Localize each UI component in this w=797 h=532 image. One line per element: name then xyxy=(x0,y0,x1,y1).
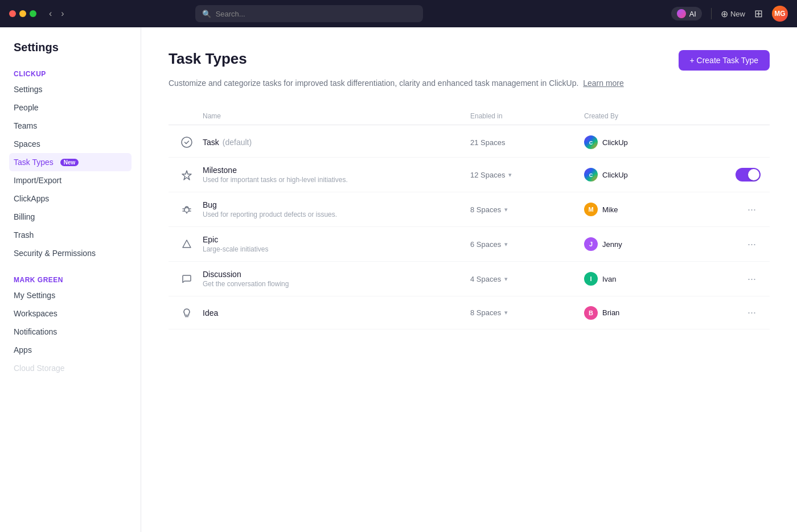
grid-icon[interactable]: ⊞ xyxy=(754,7,763,20)
maximize-dot[interactable] xyxy=(30,10,36,17)
create-task-type-button[interactable]: + Create Task Type xyxy=(679,50,770,71)
svg-text:C: C xyxy=(589,140,593,146)
created-by-label: Ivan xyxy=(602,275,617,283)
table-row-discussion[interactable]: Discussion Get the conversation flowing … xyxy=(169,262,770,296)
chevron-icon: ▾ xyxy=(504,206,508,213)
row-info-discussion: Discussion Get the conversation flowing xyxy=(203,270,470,288)
sidebar-item-billing[interactable]: Billing xyxy=(9,208,132,226)
forward-button[interactable]: › xyxy=(57,7,67,20)
sidebar-item-settings[interactable]: Settings xyxy=(9,80,132,98)
row-created-discussion: IIvan xyxy=(584,272,726,286)
back-button[interactable]: ‹ xyxy=(46,7,55,20)
sidebar-item-teams[interactable]: Teams xyxy=(9,117,132,135)
row-actions-idea: ··· xyxy=(726,304,761,321)
row-name-bug: Bug xyxy=(203,200,470,209)
content-header: Task Types + Create Task Type xyxy=(169,50,770,72)
sidebar-section-clickup: CLICKUP xyxy=(9,65,132,80)
search-input[interactable] xyxy=(216,10,416,18)
row-enabled-milestone[interactable]: 12 Spaces▾ xyxy=(470,171,584,179)
ai-button[interactable]: AI xyxy=(671,7,702,20)
sidebar-item-clickapps[interactable]: ClickApps xyxy=(9,189,132,208)
sidebar-item-trash[interactable]: Trash xyxy=(9,226,132,244)
clickup-logo-icon: C xyxy=(584,135,598,149)
row-enabled-task: 21 Spaces xyxy=(470,138,584,147)
topbar-right-section: AI ⊕ New ⊞ MG xyxy=(671,6,788,22)
sidebar-title: Settings xyxy=(9,41,132,54)
more-options-button-epic[interactable]: ··· xyxy=(743,236,761,253)
row-info-task: Task (default) xyxy=(203,138,470,147)
minimize-dot[interactable] xyxy=(19,10,26,17)
sidebar-item-import-export[interactable]: Import/Export xyxy=(9,171,132,189)
sidebar-item-workspaces[interactable]: Workspaces xyxy=(9,304,132,323)
row-created-epic: JJenny xyxy=(584,237,726,251)
toggle-milestone[interactable] xyxy=(736,168,761,182)
clickup-logo-icon: C xyxy=(584,168,598,182)
new-badge: New xyxy=(60,159,79,166)
row-desc-milestone: Used for important tasks or high-level i… xyxy=(203,176,470,184)
sidebar-item-security[interactable]: Security & Permissions xyxy=(9,244,132,262)
page-title: Task Types xyxy=(169,50,247,68)
row-created-bug: MMike xyxy=(584,203,726,216)
row-enabled-bug[interactable]: 8 Spaces▾ xyxy=(470,205,584,214)
table-row-idea[interactable]: Idea 8 Spaces▾ BBrian ··· xyxy=(169,296,770,329)
created-by-label: ClickUp xyxy=(602,171,628,179)
row-name-milestone: Milestone xyxy=(203,166,470,175)
table-row-epic[interactable]: Epic Large-scale initiatives 6 Spaces▾ J… xyxy=(169,227,770,262)
nav-arrows: ‹ › xyxy=(46,7,68,20)
created-by-label: Jenny xyxy=(602,240,622,249)
search-bar[interactable]: 🔍 xyxy=(195,5,423,22)
plus-icon: ⊕ xyxy=(721,9,728,19)
row-icon-idea xyxy=(178,307,196,319)
row-actions-bug: ··· xyxy=(726,201,761,218)
created-by-label: ClickUp xyxy=(602,138,628,147)
row-desc-discussion: Get the conversation flowing xyxy=(203,280,470,288)
row-icon-milestone xyxy=(178,169,196,180)
col-header-enabled: Enabled in xyxy=(470,112,584,120)
search-icon: 🔍 xyxy=(202,10,211,18)
sidebar-item-apps[interactable]: Apps xyxy=(9,341,132,359)
task-rows-container: Task (default) 21 Spaces CClickUp Milest… xyxy=(169,127,770,329)
avatar[interactable]: MG xyxy=(772,6,788,22)
sidebar-item-task-types[interactable]: Task Types New xyxy=(9,153,132,171)
window-controls xyxy=(9,10,36,17)
topbar: ‹ › 🔍 AI ⊕ New ⊞ MG xyxy=(0,0,797,27)
more-options-button-discussion[interactable]: ··· xyxy=(743,271,761,287)
table-row-milestone[interactable]: Milestone Used for important tasks or hi… xyxy=(169,158,770,192)
page-description: Customize and categorize tasks for impro… xyxy=(169,77,770,89)
row-name-task: Task (default) xyxy=(203,138,470,147)
more-options-button-bug[interactable]: ··· xyxy=(743,201,761,218)
new-button[interactable]: ⊕ New xyxy=(721,9,745,19)
row-info-milestone: Milestone Used for important tasks or hi… xyxy=(203,166,470,184)
sidebar-item-spaces[interactable]: Spaces xyxy=(9,135,132,153)
table-row-bug[interactable]: Bug Used for reporting product defects o… xyxy=(169,192,770,227)
row-desc-bug: Used for reporting product defects or is… xyxy=(203,211,470,218)
svg-point-0 xyxy=(182,137,192,147)
row-enabled-idea[interactable]: 8 Spaces▾ xyxy=(470,308,584,317)
sidebar-item-notifications[interactable]: Notifications xyxy=(9,323,132,341)
more-options-button-idea[interactable]: ··· xyxy=(743,304,761,321)
row-name-discussion: Discussion xyxy=(203,270,470,279)
learn-more-link[interactable]: Learn more xyxy=(583,79,624,88)
close-dot[interactable] xyxy=(9,10,16,17)
chevron-icon: ▾ xyxy=(504,275,508,283)
sidebar-item-people[interactable]: People xyxy=(9,98,132,117)
sidebar-item-my-settings[interactable]: My Settings xyxy=(9,286,132,304)
created-by-label: Brian xyxy=(602,308,619,317)
new-label: New xyxy=(730,10,745,18)
row-icon-discussion xyxy=(178,273,196,284)
row-enabled-epic[interactable]: 6 Spaces▾ xyxy=(470,240,584,249)
main-content: Task Types + Create Task Type Customize … xyxy=(141,27,797,532)
col-header-created: Created By xyxy=(584,112,726,120)
chevron-icon: ▾ xyxy=(508,171,512,179)
row-name-idea: Idea xyxy=(203,308,470,317)
creator-avatar: I xyxy=(584,272,598,286)
row-enabled-discussion[interactable]: 4 Spaces▾ xyxy=(470,275,584,283)
sidebar-item-cloud-storage[interactable]: Cloud Storage xyxy=(9,359,132,377)
ai-icon xyxy=(677,9,686,18)
row-created-task: CClickUp xyxy=(584,135,726,149)
svg-text:C: C xyxy=(589,172,593,178)
row-info-epic: Epic Large-scale initiatives xyxy=(203,235,470,253)
table-row-task[interactable]: Task (default) 21 Spaces CClickUp xyxy=(169,127,770,158)
row-info-bug: Bug Used for reporting product defects o… xyxy=(203,200,470,218)
row-actions-milestone xyxy=(726,168,761,182)
